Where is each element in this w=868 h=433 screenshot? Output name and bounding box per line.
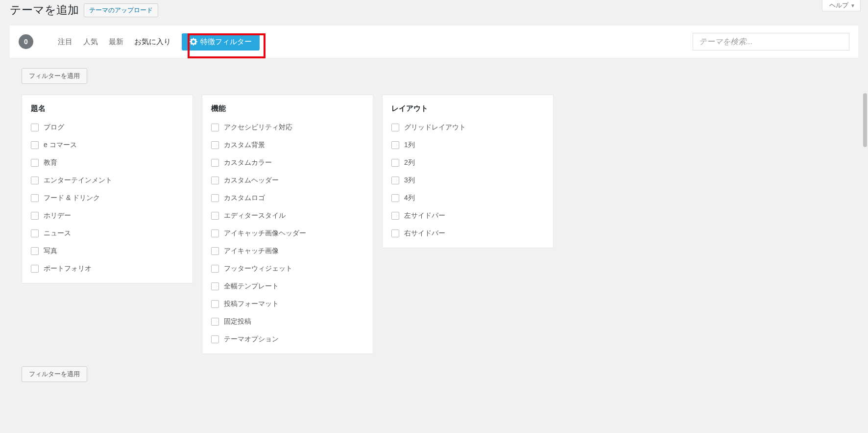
tab-favorites[interactable]: お気に入り	[134, 37, 171, 47]
checkbox-label: グリッドレイアウト	[404, 123, 466, 132]
checkbox-label: ホリデー	[44, 211, 71, 220]
filter-checkbox-row[interactable]: フッターウィジェット	[211, 264, 364, 273]
checkbox[interactable]	[211, 247, 219, 255]
filter-box-subject: 題名 ブログe コマース教育エンターテインメントフード & ドリンクホリデーニュ…	[22, 95, 193, 283]
page-header: テーマを追加 テーマのアップロード	[0, 0, 868, 25]
tab-latest[interactable]: 最新	[109, 37, 123, 47]
apply-filter-button-top[interactable]: フィルターを適用	[22, 68, 87, 84]
filter-checkbox-row[interactable]: エディタースタイル	[211, 211, 364, 220]
filter-checkbox-row[interactable]: アイキャッチ画像	[211, 247, 364, 255]
checkbox[interactable]	[211, 194, 219, 202]
filter-heading-features: 機能	[211, 104, 364, 113]
gear-icon	[190, 38, 197, 46]
filter-checkbox-row[interactable]: 教育	[31, 158, 184, 167]
filter-checkbox-row[interactable]: ブログ	[31, 123, 184, 132]
filter-checkbox-row[interactable]: 右サイドバー	[391, 229, 544, 238]
checkbox[interactable]	[211, 159, 219, 167]
checkbox-label: 全幅テンプレート	[224, 282, 279, 291]
theme-search-input[interactable]	[693, 33, 849, 51]
filter-checkbox-row[interactable]: エンターテインメント	[31, 176, 184, 185]
tab-featured[interactable]: 注目	[58, 37, 72, 47]
filter-checkbox-row[interactable]: カスタム背景	[211, 141, 364, 150]
tab-popular[interactable]: 人気	[83, 37, 98, 47]
checkbox[interactable]	[31, 177, 39, 184]
checkbox[interactable]	[31, 265, 39, 273]
checkbox-label: ポートフォリオ	[44, 264, 92, 273]
checkbox[interactable]	[211, 300, 219, 308]
checkbox-label: 左サイドバー	[404, 211, 445, 220]
filter-checkbox-row[interactable]: テーマオプション	[211, 335, 364, 344]
checkbox-label: アクセシビリティ対応	[224, 123, 292, 132]
scrollbar-thumb[interactable]	[863, 93, 867, 147]
filter-checkbox-row[interactable]: ポートフォリオ	[31, 264, 184, 273]
checkbox-label: フード & ドリンク	[44, 194, 100, 203]
checkbox-label: ブログ	[44, 123, 64, 132]
checkbox-label: 教育	[44, 158, 57, 167]
filter-checkbox-row[interactable]: ホリデー	[31, 211, 184, 220]
filter-checkbox-row[interactable]: フード & ドリンク	[31, 194, 184, 203]
checkbox[interactable]	[211, 124, 219, 131]
filter-checkbox-row[interactable]: カスタムロゴ	[211, 194, 364, 203]
theme-count-badge: 0	[19, 34, 33, 49]
filter-checkbox-row[interactable]: 2列	[391, 158, 544, 167]
filter-heading-layout: レイアウト	[391, 104, 544, 113]
filter-checkbox-row[interactable]: 左サイドバー	[391, 211, 544, 220]
filter-checkbox-row[interactable]: 投稿フォーマット	[211, 300, 364, 308]
checkbox[interactable]	[211, 318, 219, 326]
checkbox[interactable]	[31, 229, 39, 237]
checkbox[interactable]	[391, 124, 399, 131]
filter-checkbox-row[interactable]: カスタムヘッダー	[211, 176, 364, 185]
checkbox-label: カスタムロゴ	[224, 194, 265, 203]
checkbox[interactable]	[391, 159, 399, 167]
checkbox[interactable]	[211, 141, 219, 149]
upload-theme-button[interactable]: テーマのアップロード	[84, 3, 158, 17]
checkbox-label: ニュース	[44, 229, 71, 238]
checkbox[interactable]	[211, 212, 219, 220]
filter-checkbox-row[interactable]: アクセシビリティ対応	[211, 123, 364, 132]
checkbox[interactable]	[211, 282, 219, 290]
filter-checkbox-row[interactable]: 全幅テンプレート	[211, 282, 364, 291]
filter-checkbox-row[interactable]: アイキャッチ画像ヘッダー	[211, 229, 364, 238]
checkbox[interactable]	[391, 212, 399, 220]
checkbox-label: 2列	[404, 158, 415, 167]
checkbox[interactable]	[31, 141, 39, 149]
checkbox[interactable]	[31, 247, 39, 255]
filter-checkbox-row[interactable]: 3列	[391, 176, 544, 185]
filter-checkbox-row[interactable]: 1列	[391, 141, 544, 150]
feature-filter-button[interactable]: 特徴フィルター	[182, 33, 260, 51]
checkbox[interactable]	[31, 212, 39, 220]
checkbox[interactable]	[211, 335, 219, 343]
checkbox-label: アイキャッチ画像	[224, 247, 279, 255]
checkbox-label: フッターウィジェット	[224, 264, 292, 273]
checkbox[interactable]	[211, 229, 219, 237]
checkbox[interactable]	[31, 124, 39, 131]
checkbox[interactable]	[211, 265, 219, 273]
help-dropdown[interactable]: ヘルプ ▼	[822, 0, 861, 11]
checkbox[interactable]	[391, 229, 399, 237]
apply-filter-button-bottom[interactable]: フィルターを適用	[22, 366, 87, 382]
checkbox-label: e コマース	[44, 141, 77, 150]
filter-checkbox-row[interactable]: 固定投稿	[211, 317, 364, 326]
checkbox-label: 3列	[404, 176, 415, 185]
filter-checkbox-row[interactable]: e コマース	[31, 141, 184, 150]
tab-links: 注目 人気 最新 お気に入り	[58, 37, 171, 47]
checkbox-label: 右サイドバー	[404, 229, 445, 238]
checkbox[interactable]	[391, 194, 399, 202]
checkbox[interactable]	[31, 194, 39, 202]
filter-columns: 題名 ブログe コマース教育エンターテインメントフード & ドリンクホリデーニュ…	[22, 95, 858, 354]
filter-checkbox-row[interactable]: グリッドレイアウト	[391, 123, 544, 132]
filter-toolbar: 0 注目 人気 最新 お気に入り 特徴フィルター	[10, 25, 858, 58]
checkbox[interactable]	[211, 177, 219, 184]
filter-checkbox-row[interactable]: 写真	[31, 247, 184, 255]
help-label: ヘルプ	[829, 1, 848, 10]
checkbox-label: カスタム背景	[224, 141, 265, 150]
checkbox-label: 投稿フォーマット	[224, 300, 279, 308]
filter-checkbox-row[interactable]: カスタムカラー	[211, 158, 364, 167]
checkbox[interactable]	[391, 141, 399, 149]
filter-checkbox-row[interactable]: 4列	[391, 194, 544, 203]
checkbox-label: 4列	[404, 194, 415, 203]
checkbox-label: エンターテインメント	[44, 176, 112, 185]
checkbox[interactable]	[391, 177, 399, 184]
filter-checkbox-row[interactable]: ニュース	[31, 229, 184, 238]
checkbox[interactable]	[31, 159, 39, 167]
